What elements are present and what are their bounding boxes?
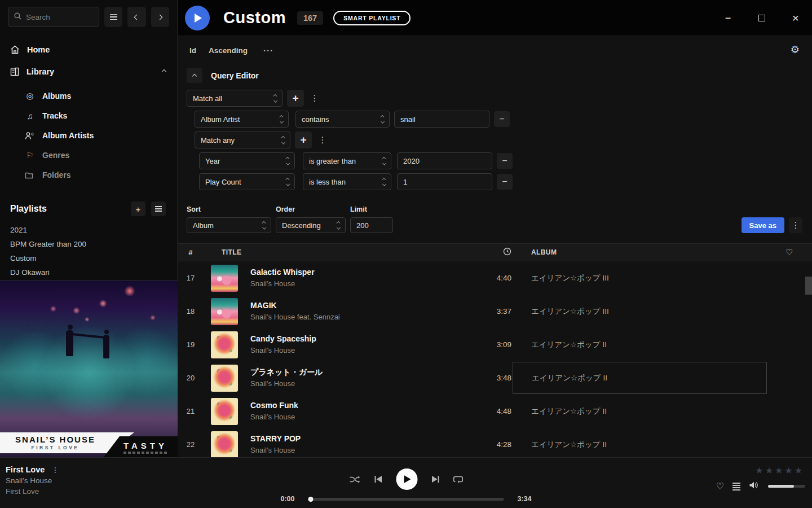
player-right-controls: ★★★★★ ♡ (715, 465, 805, 492)
column-header-title[interactable]: TITLE (203, 248, 445, 256)
track-index: 18 (178, 307, 203, 316)
sidebar-item-genres[interactable]: ⚐ Genres (25, 150, 166, 161)
sidebar-item-album-artists[interactable]: Album Artists (25, 130, 166, 141)
match-type-select[interactable]: Match any (195, 132, 290, 148)
more-options-button[interactable]: ··· (263, 46, 273, 55)
sidebar-item-albums[interactable]: ◎ Albums (25, 90, 166, 102)
query-editor-header: Query Editor (187, 68, 804, 83)
artwork-title: FIRST LOVE (5, 445, 106, 450)
track-options-button[interactable]: ⋮ (51, 466, 59, 474)
rule-value-input[interactable] (397, 173, 492, 190)
track-album[interactable]: エイリアン☆ポップ II (513, 395, 767, 427)
sort-direction-button[interactable]: Ascending (209, 46, 248, 55)
play-playlist-button[interactable] (185, 6, 210, 30)
track-duration: 3:09 (445, 340, 513, 349)
menu-button[interactable] (104, 7, 122, 27)
sidebar-item-label: Genres (42, 151, 69, 160)
nested-group-row: Match any + ⋮ (195, 132, 804, 148)
sidebar-item-library[interactable]: Library (10, 65, 166, 78)
add-rule-button[interactable]: + (287, 90, 304, 107)
previous-button[interactable] (374, 475, 382, 483)
track-album-focused-cell[interactable]: エイリアン☆ポップ II (513, 362, 767, 394)
maximize-button[interactable] (753, 10, 770, 27)
track-row[interactable]: 18 MAGIK Snail’s House feat. Sennzai 3:3… (178, 295, 812, 328)
rule-operator-select[interactable]: contains (295, 111, 390, 128)
minimize-button[interactable]: − (720, 10, 736, 27)
rating-stars[interactable]: ★★★★★ (715, 465, 805, 476)
collapse-chevron-icon[interactable] (162, 69, 166, 74)
rule-field-select[interactable]: Album Artist (195, 111, 289, 128)
rule-operator-select[interactable]: is less than (303, 173, 391, 190)
track-index: 17 (178, 274, 203, 282)
volume-icon[interactable] (749, 481, 760, 492)
remove-rule-button[interactable]: − (494, 111, 510, 127)
sort-field-button[interactable]: Id (189, 46, 196, 55)
playlist-item[interactable]: 2021 (10, 223, 167, 237)
add-rule-button[interactable]: + (295, 132, 312, 148)
track-album[interactable]: エイリアン☆ポップ II (513, 428, 767, 461)
playlist-item[interactable]: Custom (10, 251, 167, 265)
gear-icon[interactable]: ⚙ (791, 43, 800, 56)
track-album[interactable]: エイリアン☆ポップ III (513, 262, 767, 294)
kebab-icon: ⋮ (319, 135, 327, 145)
minus-icon: − (502, 177, 507, 187)
sort-select[interactable]: Album (187, 217, 271, 233)
folders-icon (25, 172, 35, 179)
limit-group: Limit (350, 205, 393, 233)
column-header-album[interactable]: ALBUM (513, 248, 767, 256)
sidebar: Home Library ◎ Albums ♫ Tracks (0, 0, 178, 457)
track-artist: Snail’s House (250, 445, 445, 456)
repeat-button[interactable] (453, 475, 463, 483)
column-header-duration[interactable] (445, 247, 513, 257)
track-row[interactable]: 19 Candy Spaceship Snail’s House 3:09 エイ… (178, 328, 812, 361)
remove-rule-button[interactable]: − (497, 174, 513, 190)
next-button[interactable] (431, 475, 439, 483)
group-options-button[interactable]: ⋮ (308, 90, 321, 107)
playlist-item[interactable]: DJ Okawari (10, 265, 167, 279)
close-button[interactable]: × (787, 10, 804, 27)
search-box[interactable] (8, 7, 99, 27)
search-input[interactable] (26, 13, 88, 21)
sidebar-item-folders[interactable]: Folders (25, 169, 166, 181)
track-row[interactable]: 20 プラネット・ガール Snail’s House 3:48 エイリアン☆ポッ… (178, 361, 812, 395)
favorite-button[interactable]: ♡ (716, 481, 724, 492)
nav-forward-button[interactable] (151, 7, 169, 27)
rule-value-input[interactable] (394, 111, 489, 128)
seek-slider[interactable] (308, 498, 504, 501)
remove-rule-button[interactable]: − (497, 153, 513, 169)
play-pause-button[interactable] (396, 468, 417, 490)
track-artist: Snail’s House (250, 279, 445, 289)
shuffle-button[interactable] (349, 475, 360, 484)
sidebar-item-tracks[interactable]: ♫ Tracks (25, 110, 166, 121)
track-album[interactable]: エイリアン☆ポップ II (513, 329, 767, 361)
volume-slider[interactable] (768, 485, 805, 488)
track-row[interactable]: 17 Galactic Whisper Snail’s House 4:40 エ… (178, 261, 812, 295)
save-as-button[interactable]: Save as (742, 217, 784, 233)
save-options-button[interactable]: ⋮ (789, 217, 802, 233)
seek-knob[interactable] (308, 497, 314, 502)
column-header-index[interactable]: # (178, 248, 203, 257)
queue-button[interactable] (732, 483, 740, 491)
nav-back-button[interactable] (127, 7, 145, 27)
track-album[interactable]: エイリアン☆ポップ III (513, 295, 767, 327)
scrollbar-thumb[interactable] (805, 277, 812, 295)
sidebar-item-home[interactable]: Home (10, 43, 166, 56)
playlist-item[interactable]: BPM Greater than 200 (10, 237, 167, 251)
limit-input[interactable] (350, 217, 393, 233)
group-options-button[interactable]: ⋮ (316, 132, 329, 148)
track-row[interactable]: 22 STARRY POP Snail’s House 4:28 エイリアン☆ポ… (178, 428, 812, 461)
artwork-figure (72, 333, 105, 339)
collapse-query-button[interactable] (187, 68, 202, 83)
rule-operator-select[interactable]: is greater than (303, 152, 391, 169)
rule-field-select[interactable]: Year (199, 152, 295, 169)
select-caret-icon (381, 116, 384, 122)
rule-field-select[interactable]: Play Count (199, 173, 295, 190)
match-type-select[interactable]: Match all (187, 90, 283, 107)
artwork-figure (104, 330, 109, 334)
rule-value-input[interactable] (397, 152, 492, 169)
track-row[interactable]: 21 Cosmo Funk Snail’s House 4:48 エイリアン☆ポ… (178, 395, 812, 428)
add-playlist-button[interactable]: + (131, 202, 145, 216)
column-header-favorite[interactable]: ♡ (767, 247, 812, 257)
playlist-list-button[interactable] (151, 202, 166, 216)
order-select[interactable]: Descending (276, 217, 346, 233)
